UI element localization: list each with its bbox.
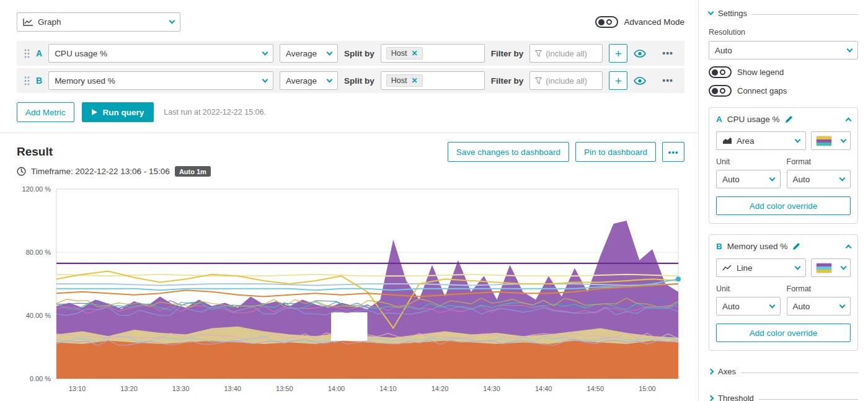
chevron-up-icon[interactable] [846, 245, 852, 251]
show-legend-toggle[interactable] [709, 66, 732, 78]
metric-row-b: B Memory used % Average Split by Host ✕ … [17, 68, 684, 93]
series-letter: A [716, 115, 722, 124]
chevron-down-icon [769, 175, 775, 181]
resolution-label: Resolution [709, 28, 858, 37]
filter-by-input[interactable]: (include all) [529, 71, 603, 90]
split-by-label: Split by [344, 49, 374, 58]
chip-remove-icon[interactable]: ✕ [411, 76, 417, 85]
unit-select[interactable]: Auto [716, 297, 781, 315]
add-dimension-button[interactable]: + [609, 44, 627, 63]
svg-text:14:30: 14:30 [483, 385, 500, 392]
section-rule [759, 399, 858, 400]
axes-title: Axes [718, 367, 736, 376]
aggregation-select-value: Average [286, 49, 317, 58]
unit-select[interactable]: Auto [716, 170, 781, 188]
eye-icon[interactable] [634, 77, 646, 85]
resolution-select[interactable]: Auto [709, 41, 858, 59]
edit-icon[interactable] [792, 242, 800, 250]
connect-gaps-toggle[interactable] [709, 85, 732, 97]
chevron-down-icon [839, 175, 846, 181]
split-chip-host[interactable]: Host ✕ [386, 47, 423, 59]
metric-select-value: Memory used % [55, 76, 115, 86]
color-palette-select[interactable] [811, 131, 851, 150]
run-query-button[interactable]: Run query [82, 102, 154, 122]
visualization-type-select[interactable]: Area [716, 131, 806, 150]
row-more-button[interactable]: ••• [662, 76, 673, 86]
svg-text:13:30: 13:30 [172, 385, 190, 392]
color-palette-select[interactable] [811, 258, 851, 277]
query-actions: Add Metric Run query Last run at 2022-12… [17, 102, 684, 122]
filter-icon [535, 77, 542, 84]
svg-text:15:00: 15:00 [639, 385, 656, 392]
resolution-select-value: Auto [715, 46, 732, 55]
svg-text:14:50: 14:50 [587, 385, 604, 392]
chevron-down-icon [841, 263, 847, 270]
section-divider [0, 133, 698, 133]
filter-by-input[interactable]: (include all) [529, 44, 603, 63]
chevron-down-icon [847, 46, 853, 52]
play-icon [92, 109, 97, 115]
edit-icon[interactable] [785, 115, 793, 123]
chevron-down-icon [327, 49, 333, 55]
area-icon [722, 137, 732, 144]
row-actions: ••• [634, 76, 677, 86]
line-chart-icon [722, 264, 732, 271]
svg-text:14:00: 14:00 [328, 385, 345, 392]
split-by-label: Split by [344, 76, 374, 86]
svg-text:40.00 %: 40.00 % [26, 312, 51, 319]
advanced-mode-label: Advanced Mode [624, 17, 684, 27]
format-label: Format [787, 284, 851, 293]
series-card-a: A CPU usage % Area [709, 107, 858, 224]
add-metric-button[interactable]: Add Metric [17, 102, 74, 122]
eye-icon[interactable] [634, 50, 646, 58]
axes-section-header[interactable]: Axes [709, 367, 858, 376]
add-color-override-button[interactable]: Add color override [716, 324, 851, 342]
aggregation-select[interactable]: Average [280, 44, 338, 63]
color-swatch [816, 263, 832, 273]
save-to-dashboard-button[interactable]: Save changes to dashboard [448, 142, 569, 162]
pin-to-dashboard-button[interactable]: Pin to dashboard [575, 142, 656, 162]
drag-handle-icon[interactable] [24, 49, 30, 58]
chip-label: Host [391, 76, 407, 85]
threshold-section-header[interactable]: Threshold [709, 394, 858, 401]
visualization-type-select[interactable]: Line [716, 258, 806, 277]
filter-placeholder: (include all) [546, 49, 587, 58]
chip-label: Host [391, 49, 407, 58]
split-chip-host[interactable]: Host ✕ [386, 74, 423, 87]
filter-icon [535, 50, 542, 57]
clock-icon [17, 167, 26, 176]
metric-letter: B [36, 76, 42, 86]
add-color-override-button[interactable]: Add color override [716, 196, 851, 215]
drag-handle-icon[interactable] [24, 76, 30, 86]
add-dimension-button[interactable]: + [609, 71, 627, 90]
series-name: Memory used % [727, 242, 788, 251]
chevron-up-icon[interactable] [846, 118, 852, 124]
chip-remove-icon[interactable]: ✕ [411, 49, 417, 58]
viz-row: Area [716, 131, 851, 150]
chevron-down-icon [839, 302, 846, 308]
settings-section-header[interactable]: Settings [709, 9, 858, 18]
svg-text:14:10: 14:10 [379, 385, 397, 392]
section-rule [741, 372, 858, 373]
connect-gaps-label: Connect gaps [737, 86, 787, 95]
row-more-button[interactable]: ••• [662, 48, 673, 58]
result-more-button[interactable]: ••• [662, 142, 684, 162]
chevron-down-icon [169, 18, 175, 24]
chevron-down-icon [841, 136, 847, 143]
timeframe-text: Timeframe: 2022-12-22 13:06 - 15:06 [31, 167, 170, 176]
metric-select[interactable]: CPU usage % [48, 44, 273, 63]
split-by-input[interactable]: Host ✕ [381, 44, 485, 63]
format-label: Format [787, 157, 851, 166]
visualization-select-value: Graph [38, 17, 61, 27]
format-select[interactable]: Auto [787, 170, 851, 188]
chevron-down-icon [327, 76, 333, 82]
advanced-mode-toggle[interactable] [595, 16, 618, 28]
chevron-down-icon [262, 49, 268, 55]
visualization-select[interactable]: Graph [17, 12, 180, 32]
split-by-input[interactable]: Host ✕ [381, 71, 485, 90]
resolution-badge: Auto 1m [175, 166, 211, 177]
metric-select[interactable]: Memory used % [48, 71, 273, 90]
aggregation-select[interactable]: Average [280, 71, 338, 90]
format-select[interactable]: Auto [787, 297, 851, 315]
metric-letter: A [36, 48, 42, 58]
